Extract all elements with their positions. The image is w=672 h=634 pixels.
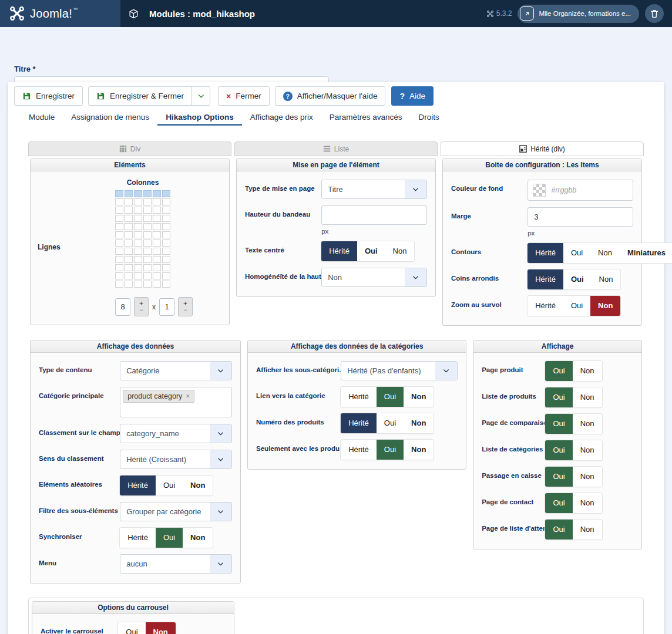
grid-cell[interactable] bbox=[153, 215, 161, 222]
option-non[interactable]: Non bbox=[573, 493, 602, 513]
main-category-taginput[interactable]: product category × bbox=[120, 387, 232, 417]
grid-cell[interactable] bbox=[134, 231, 142, 238]
grid-cell[interactable] bbox=[134, 223, 142, 230]
grid-cell[interactable] bbox=[162, 215, 170, 222]
layout-type-select[interactable]: Titre bbox=[321, 180, 427, 199]
option-oui[interactable]: Oui bbox=[545, 414, 572, 434]
margin-input[interactable] bbox=[527, 207, 633, 227]
menu-select[interactable]: aucun bbox=[120, 554, 232, 574]
sort-field-select[interactable]: category_name bbox=[120, 424, 232, 443]
option-non[interactable]: Non bbox=[573, 414, 602, 434]
grid-cell[interactable] bbox=[134, 190, 142, 197]
grid-cell[interactable] bbox=[162, 207, 170, 214]
option-oui[interactable]: Oui bbox=[545, 440, 572, 460]
grid-cell[interactable] bbox=[143, 198, 152, 205]
option-oui[interactable]: Oui bbox=[545, 467, 572, 487]
option-non[interactable]: Non bbox=[404, 440, 434, 460]
option-non[interactable]: Non bbox=[573, 361, 602, 381]
grid-cell[interactable] bbox=[143, 256, 152, 263]
option-non[interactable]: Non bbox=[573, 387, 602, 407]
grid-cell[interactable] bbox=[134, 248, 142, 255]
grid-cell[interactable] bbox=[125, 240, 133, 247]
option-h-rit-[interactable]: Hérité bbox=[527, 269, 563, 289]
save-close-button[interactable]: Enregistrer & Fermer bbox=[88, 86, 192, 106]
help-button[interactable]: ? Aide bbox=[391, 86, 434, 106]
tab-hikashop-options[interactable]: Hikashop Options bbox=[157, 110, 242, 126]
grid-cell[interactable] bbox=[162, 198, 170, 205]
grid-cell[interactable] bbox=[143, 264, 152, 271]
option-h-rit-[interactable]: Hérité bbox=[527, 243, 563, 263]
grid-cell[interactable] bbox=[153, 240, 161, 247]
grid-cell[interactable] bbox=[134, 256, 142, 263]
grid-cell[interactable] bbox=[115, 223, 123, 230]
toggle-inline-help-button[interactable]: ? Afficher/Masquer l'aide bbox=[275, 86, 386, 106]
subtab-herite-div[interactable]: Hérité (div) bbox=[441, 141, 644, 156]
grid-cell[interactable] bbox=[125, 231, 133, 238]
option-non[interactable]: Non bbox=[590, 243, 620, 263]
option-oui[interactable]: Oui bbox=[545, 493, 572, 513]
sort-direction-select[interactable]: Hérité (Croissant) bbox=[120, 450, 232, 469]
grid-cell[interactable] bbox=[115, 272, 123, 279]
grid-cell[interactable] bbox=[125, 198, 133, 205]
grid-cell[interactable] bbox=[134, 240, 142, 247]
option-oui[interactable]: Oui bbox=[118, 622, 145, 634]
grid-cell[interactable] bbox=[143, 248, 152, 255]
grid-cell[interactable] bbox=[134, 207, 142, 214]
grid-cell[interactable] bbox=[134, 198, 142, 205]
option-oui[interactable]: Oui bbox=[156, 476, 183, 495]
grid-cell[interactable] bbox=[125, 223, 133, 230]
banner-height-input[interactable] bbox=[321, 205, 427, 225]
background-color-input[interactable]: #rrggbb bbox=[527, 180, 633, 201]
grid-cell[interactable] bbox=[162, 231, 170, 238]
content-type-select[interactable]: Catégorie bbox=[120, 361, 232, 380]
option-non[interactable]: Non bbox=[573, 440, 602, 460]
trash-button[interactable] bbox=[645, 4, 664, 23]
grid-cell[interactable] bbox=[143, 240, 152, 247]
grid-cell[interactable] bbox=[125, 272, 133, 279]
grid-cell[interactable] bbox=[115, 215, 123, 222]
option-oui[interactable]: Oui bbox=[545, 387, 572, 407]
option-oui[interactable]: Oui bbox=[357, 241, 385, 261]
grid-cell[interactable] bbox=[153, 223, 161, 230]
grid-cell[interactable] bbox=[153, 264, 161, 271]
grid-cell[interactable] bbox=[115, 231, 123, 238]
grid-cell[interactable] bbox=[143, 231, 152, 238]
grid-cell[interactable] bbox=[153, 198, 161, 205]
grid-cell[interactable] bbox=[115, 240, 123, 247]
tab-price-display[interactable]: Affichage des prix bbox=[242, 110, 321, 126]
brand-box[interactable]: Joomla!™ bbox=[0, 0, 120, 27]
subtab-div[interactable]: Div bbox=[28, 141, 231, 156]
grid-cell[interactable] bbox=[153, 231, 161, 238]
option-non[interactable]: Non bbox=[146, 622, 176, 634]
grid-cell[interactable] bbox=[125, 190, 133, 197]
grid-cell[interactable] bbox=[125, 256, 133, 263]
remove-tag-icon[interactable]: × bbox=[186, 392, 190, 400]
minus-icon[interactable]: − bbox=[139, 307, 143, 313]
show-subcategories-select[interactable]: Hérité (Pas d'enfants) bbox=[341, 361, 458, 380]
option-non[interactable]: Non bbox=[404, 413, 434, 433]
grid-cell[interactable] bbox=[134, 281, 142, 288]
grid-cell[interactable] bbox=[134, 272, 142, 279]
rows-stepper[interactable]: + − bbox=[178, 297, 193, 316]
option-h-rit-[interactable]: Hérité bbox=[341, 440, 377, 460]
save-button[interactable]: Enregistrer bbox=[14, 86, 83, 106]
grid-cell[interactable] bbox=[125, 264, 133, 271]
grid-cell[interactable] bbox=[115, 281, 123, 288]
option-non[interactable]: Non bbox=[592, 269, 621, 289]
option-h-rit-[interactable]: Hérité bbox=[527, 296, 563, 316]
grid-cell[interactable] bbox=[153, 207, 161, 214]
grid-cell[interactable] bbox=[115, 248, 123, 255]
option-non[interactable]: Non bbox=[183, 528, 213, 548]
tab-menu-assignment[interactable]: Assignation de menus bbox=[63, 110, 157, 126]
grid-cell[interactable] bbox=[143, 190, 152, 197]
option-h-rit-[interactable]: Hérité bbox=[321, 241, 357, 261]
grid-cell[interactable] bbox=[162, 190, 170, 197]
tab-advanced[interactable]: Paramètres avancés bbox=[321, 110, 411, 126]
option-oui[interactable]: Oui bbox=[545, 361, 572, 381]
option-non[interactable]: Non bbox=[404, 387, 434, 407]
height-homogeneity-select[interactable]: Non bbox=[321, 268, 427, 287]
grid-cell[interactable] bbox=[115, 256, 123, 263]
grid-cell[interactable] bbox=[143, 207, 152, 214]
option-oui[interactable]: Oui bbox=[377, 440, 404, 460]
option-oui[interactable]: Oui bbox=[377, 387, 404, 407]
